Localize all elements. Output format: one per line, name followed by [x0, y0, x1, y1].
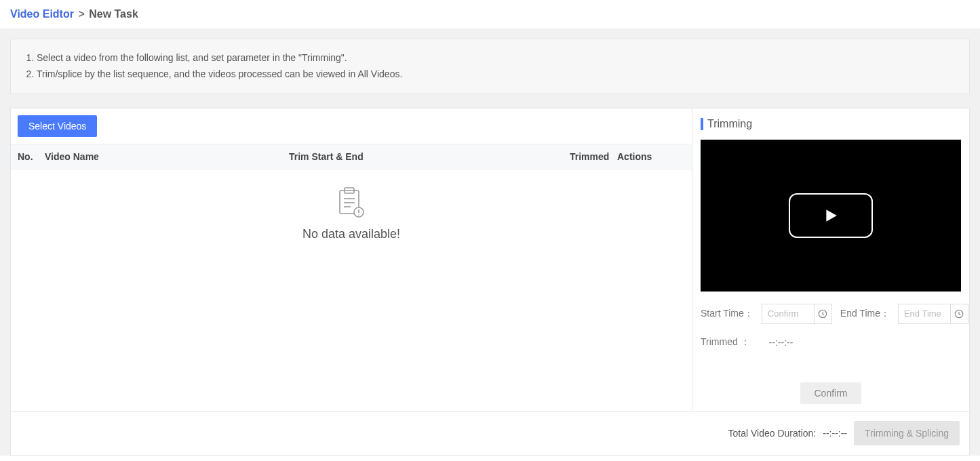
clock-icon: [818, 309, 827, 319]
breadcrumb-link-video-editor[interactable]: Video Eidtor: [10, 8, 74, 20]
start-time-label: Start Time：: [701, 308, 753, 320]
instructions-panel: Select a video from the following list, …: [10, 39, 970, 94]
select-videos-button[interactable]: Select Videos: [18, 115, 97, 137]
col-header-no: No.: [18, 151, 45, 162]
trimming-title-text: Trimming: [707, 118, 752, 130]
end-time-clock-button[interactable]: [950, 304, 968, 323]
trimming-panel-title: Trimming: [692, 108, 969, 140]
breadcrumb-current: New Task: [89, 8, 138, 20]
col-header-trim: Trim Start & End: [289, 151, 570, 162]
table-header: No. Video Name Trim Start & End Trimmed …: [11, 144, 692, 169]
play-button[interactable]: [789, 193, 873, 238]
start-time-clock-button[interactable]: [814, 304, 831, 323]
play-icon: [823, 208, 838, 223]
title-accent-bar: [701, 118, 703, 130]
breadcrumb: Video Eidtor > New Task: [0, 0, 980, 28]
footer-bar: Total Video Duration: --:--:-- Trimming …: [10, 412, 970, 456]
start-time-input-wrap: [762, 304, 832, 324]
svg-marker-8: [826, 209, 836, 222]
video-preview: [701, 140, 961, 292]
trimmed-label: Trimmed ：: [701, 336, 750, 348]
empty-state: No data available!: [11, 169, 692, 262]
instruction-item: Trim/splice by the list sequence, and th…: [37, 66, 956, 83]
end-time-input[interactable]: [899, 304, 950, 323]
end-time-input-wrap: [898, 304, 968, 324]
end-time-label: End Time：: [840, 308, 890, 320]
svg-point-7: [358, 214, 359, 216]
trimming-splicing-button[interactable]: Trimming & Splicing: [854, 421, 960, 445]
confirm-button[interactable]: Confirm: [800, 382, 861, 404]
empty-state-text: No data available!: [11, 227, 692, 241]
clipboard-empty-icon: [337, 186, 366, 218]
col-header-actions: Actions: [617, 151, 685, 162]
col-header-trimmed: Trimmed: [570, 151, 617, 162]
video-list-panel: Select Videos No. Video Name Trim Start …: [10, 108, 692, 412]
breadcrumb-separator: >: [78, 8, 84, 20]
start-time-input[interactable]: [762, 304, 814, 323]
instruction-item: Select a video from the following list, …: [37, 50, 956, 66]
total-duration-label: Total Video Duration:: [728, 428, 817, 439]
col-header-name: Video Name: [45, 151, 289, 162]
total-duration-value: --:--:--: [823, 428, 847, 439]
clock-icon: [954, 309, 964, 319]
trimmed-value: --:--:--: [769, 337, 793, 348]
trimming-panel: Trimming Start Time： End Time：: [692, 108, 970, 412]
